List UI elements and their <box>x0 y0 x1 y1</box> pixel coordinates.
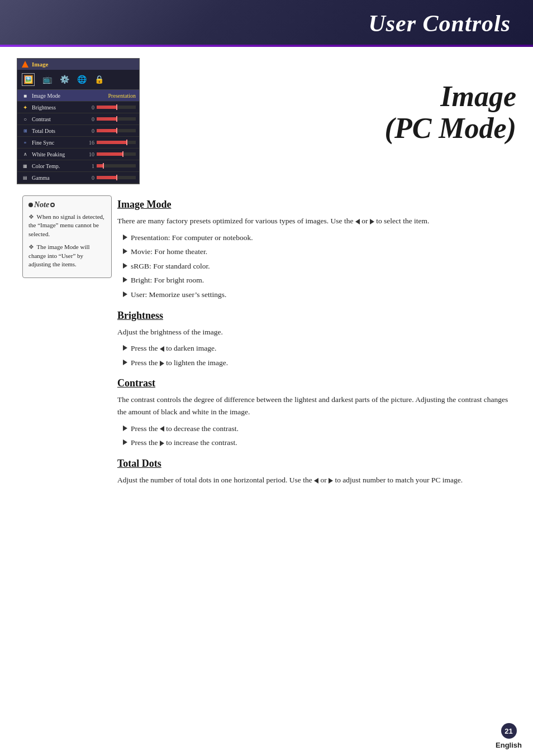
bullet-arrow-5 <box>123 291 127 297</box>
menu-icon-globe[interactable]: 🌐 <box>77 75 87 84</box>
image-pc-mode-title: Image (PC Mode) <box>385 80 516 144</box>
image-mode-heading: Image Mode <box>117 199 511 210</box>
menu-title: Image <box>32 61 48 68</box>
menu-row-white-peaking[interactable]: ∧ White Peaking 10 <box>17 149 139 160</box>
bullet-user: User: Memorize user’s settings. <box>123 289 511 301</box>
note-dot-left <box>28 203 33 207</box>
menu-row-color-temp[interactable]: ▦ Color Temp. 1 <box>17 160 139 172</box>
menu-row-contrast[interactable]: ○ Contrast 0 <box>17 113 139 125</box>
bullet-arrow-lighten <box>123 360 127 365</box>
color-temp-label: Color Temp. <box>32 163 85 169</box>
footer-language: English <box>496 741 522 749</box>
white-peaking-value: 10 <box>85 151 94 157</box>
menu-icon-settings[interactable]: ⚙️ <box>60 75 69 84</box>
left-arrow-decrease <box>160 426 164 432</box>
note-items: ❖ When no signal is detected, the “Image… <box>28 213 106 269</box>
bullet-arrow-darken <box>123 345 127 351</box>
bullet-decrease-contrast: Press the to decrease the contrast. <box>123 423 511 435</box>
menu-row-total-dots[interactable]: ⊞ Total Dots 0 <box>17 125 139 137</box>
fine-sync-bar <box>97 141 136 144</box>
menu-row-brightness[interactable]: ✦ Brightness 0 <box>17 102 139 113</box>
total-dots-icon: ⊞ <box>21 126 30 135</box>
gamma-icon: ▤ <box>21 173 30 182</box>
bullet-increase-contrast: Press the to increase the contrast. <box>123 437 511 449</box>
menu-icon-brightness[interactable]: 🖼️ <box>22 73 35 86</box>
bullet-arrow-decrease <box>123 425 127 431</box>
image-mode-value: Presentation <box>108 93 136 99</box>
total-dots-para: Adjust the number of total dots in one h… <box>117 474 511 486</box>
footer: 21 English <box>496 723 522 749</box>
page-title: User Controls <box>368 11 511 36</box>
total-dots-label: Total Dots <box>32 128 85 134</box>
bullet-darken: Press the to darken image. <box>123 342 511 355</box>
image-pc-mode-line2: (PC Mode) <box>385 112 516 144</box>
bullet-lighten: Press the to lighten the image. <box>123 357 511 369</box>
brightness-value: 0 <box>85 104 94 111</box>
color-temp-bar <box>97 164 136 168</box>
bullet-movie: Movie: For home theater. <box>123 246 511 258</box>
note-box: Note ❖ When no signal is detected, the “… <box>22 195 112 278</box>
menu-icon-info[interactable]: 🔒 <box>94 75 104 84</box>
header-accent-bar <box>0 45 533 47</box>
menu-header: Image <box>17 59 139 70</box>
bullet-arrow-2 <box>123 248 127 254</box>
contrast-bar <box>97 117 136 121</box>
image-mode-label: Image Mode <box>32 93 108 99</box>
note-text-label: Note <box>34 200 49 209</box>
menu-header-icon <box>22 61 28 68</box>
contrast-bullets: Press the to decrease the contrast. Pres… <box>117 423 511 449</box>
white-peaking-bar <box>97 152 136 156</box>
image-mode-para: There are many factory presets optimized… <box>117 215 511 227</box>
contrast-para: The contrast controls the degree of diff… <box>117 394 511 418</box>
menu-icon-display[interactable]: 📺 <box>42 75 52 84</box>
note-item-2: ❖ The image Mode will change into “User”… <box>28 243 106 269</box>
brightness-icon: ✦ <box>21 103 30 112</box>
left-arrow-total <box>314 478 318 484</box>
fine-sync-icon: ≡ <box>21 138 30 147</box>
image-mode-icon: ■ <box>21 91 30 100</box>
sidebar-note: Note ❖ When no signal is detected, the “… <box>22 190 112 490</box>
gamma-bar <box>97 176 136 179</box>
white-peaking-icon: ∧ <box>21 150 30 159</box>
color-temp-value: 1 <box>85 163 94 169</box>
contrast-icon: ○ <box>21 114 30 123</box>
total-dots-bar <box>97 129 136 132</box>
page-header: User Controls <box>0 0 533 47</box>
menu-row-fine-sync[interactable]: ≡ Fine Sync 16 <box>17 137 139 149</box>
bullet-arrow-3 <box>123 263 127 269</box>
menu-panel: Image 🖼️ 📺 ⚙️ 🌐 🔒 ■ Image Mode Presentat… <box>17 58 140 184</box>
note-item-1: ❖ When no signal is detected, the “Image… <box>28 213 106 238</box>
right-arrow-increase <box>160 441 164 446</box>
body-content: Note ❖ When no signal is detected, the “… <box>0 184 533 507</box>
gamma-label: Gamma <box>32 175 85 181</box>
bullet-arrow-increase <box>123 439 127 445</box>
brightness-heading: Brightness <box>117 310 511 322</box>
right-arrow-total <box>329 478 333 484</box>
menu-icons-row: 🖼️ 📺 ⚙️ 🌐 🔒 <box>17 70 139 90</box>
page-number: 21 <box>501 723 517 739</box>
fine-sync-label: Fine Sync <box>32 140 85 146</box>
white-peaking-label: White Peaking <box>32 151 85 157</box>
top-section: Image 🖼️ 📺 ⚙️ 🌐 🔒 ■ Image Mode Presentat… <box>0 47 533 184</box>
bullet-presentation: Presentation: For computer or notebook. <box>123 232 511 244</box>
image-pc-mode-section: Image (PC Mode) <box>151 58 516 184</box>
fine-sync-value: 16 <box>85 140 94 146</box>
section-brightness: Brightness Adjust the brightness of the … <box>117 310 511 369</box>
brightness-bar <box>97 106 136 109</box>
note-label: Note <box>28 200 106 209</box>
menu-row-image-mode[interactable]: ■ Image Mode Presentation <box>17 90 139 102</box>
bullet-arrow-1 <box>123 235 127 240</box>
brightness-bullets: Press the to darken image. Press the to … <box>117 342 511 369</box>
bullet-bright: Bright: For bright room. <box>123 274 511 286</box>
menu-row-gamma[interactable]: ▤ Gamma 0 <box>17 172 139 184</box>
text-content: Image Mode There are many factory preset… <box>112 190 511 490</box>
brightness-label: Brightness <box>32 104 85 111</box>
total-dots-value: 0 <box>85 128 94 134</box>
note-dot-right <box>50 203 55 207</box>
image-mode-bullets: Presentation: For computer or notebook. … <box>117 232 511 301</box>
bullet-srgb: sRGB: For standard color. <box>123 260 511 272</box>
menu-rows: ■ Image Mode Presentation ✦ Brightness 0 <box>17 90 139 184</box>
section-total-dots: Total Dots Adjust the number of total do… <box>117 458 511 486</box>
contrast-heading: Contrast <box>117 377 511 389</box>
gamma-value: 0 <box>85 175 94 181</box>
